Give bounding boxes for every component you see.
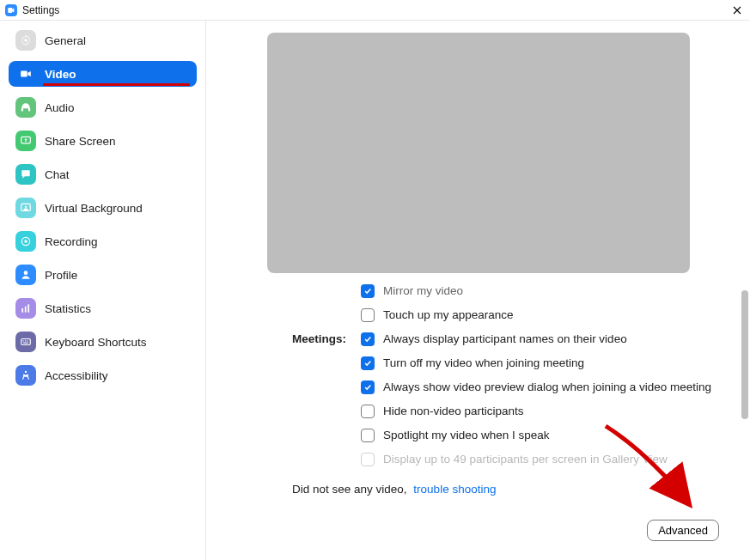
svg-rect-1 (21, 71, 27, 77)
virtual-background-icon (15, 198, 36, 218)
sidebar-item-label: Statistics (45, 302, 91, 315)
option-label: Mirror my video (383, 283, 463, 299)
svg-point-8 (24, 240, 27, 243)
svg-point-18 (25, 371, 27, 373)
option-label: Always display participant names on thei… (383, 332, 627, 347)
help-text: Did not see any video, (292, 483, 407, 496)
sidebar-item-label: Share Screen (45, 135, 116, 148)
option-label: Always show video preview dialog when jo… (383, 380, 711, 395)
title-bar: Settings (0, 0, 750, 21)
sidebar-item-chat[interactable]: Chat (9, 161, 197, 187)
sidebar-item-recording[interactable]: Recording (9, 228, 197, 254)
checkbox-always-preview-on-join[interactable] (361, 380, 375, 394)
help-line: Did not see any video, trouble shooting (206, 483, 750, 496)
annotation-underline (43, 83, 190, 86)
checkbox-hide-non-video[interactable] (361, 405, 375, 418)
sidebar-item-keyboard-shortcuts[interactable]: Keyboard Shortcuts (9, 329, 197, 355)
checkbox-mirror-my-video[interactable] (361, 284, 375, 298)
svg-point-9 (24, 271, 28, 275)
checkbox-always-display-names[interactable] (361, 332, 375, 346)
sidebar-item-label: Audio (45, 101, 75, 114)
sidebar-item-label: Virtual Background (45, 202, 143, 215)
share-screen-icon (15, 131, 36, 151)
svg-rect-17 (23, 343, 28, 344)
zoom-logo-icon (5, 4, 17, 16)
sidebar-item-statistics[interactable]: Statistics (9, 295, 197, 321)
chat-icon (15, 164, 36, 185)
svg-point-0 (24, 39, 27, 42)
window-title: Settings (22, 4, 59, 16)
sidebar-item-label: General (45, 34, 86, 47)
checkbox-spotlight-when-speak[interactable] (361, 429, 375, 442)
headphones-icon (15, 97, 36, 118)
checkbox-gallery-49 (361, 453, 375, 466)
keyboard-icon (15, 332, 36, 352)
sidebar-item-label: Chat (45, 168, 70, 181)
option-label: Display up to 49 participants per screen… (383, 452, 668, 467)
option-label: Turn off my video when joining meeting (383, 356, 584, 371)
option-label: Hide non-video participants (383, 404, 524, 419)
checkbox-touch-up-appearance[interactable] (361, 308, 375, 322)
video-icon (15, 64, 36, 84)
svg-rect-12 (27, 304, 29, 312)
sidebar-item-accessibility[interactable]: Accessibility (9, 362, 197, 388)
sidebar: General Video Audio Share Screen (0, 21, 206, 560)
svg-rect-13 (21, 339, 31, 345)
trouble-shooting-link[interactable]: trouble shooting (413, 483, 496, 496)
svg-rect-16 (27, 340, 27, 341)
option-group-label-meetings: Meetings: (292, 332, 361, 345)
profile-icon (15, 265, 36, 285)
accessibility-icon (15, 365, 36, 386)
sidebar-item-share-screen[interactable]: Share Screen (9, 128, 197, 154)
sidebar-item-label: Video (45, 68, 76, 81)
recording-icon (15, 231, 36, 252)
svg-rect-15 (25, 340, 26, 341)
sidebar-item-audio[interactable]: Audio (9, 94, 197, 120)
advanced-button[interactable]: Advanced (647, 520, 719, 541)
sidebar-item-label: Recording (45, 235, 98, 248)
sidebar-item-label: Profile (45, 269, 77, 282)
gear-icon (15, 30, 36, 51)
option-label: Spotlight my video when I speak (383, 428, 550, 443)
option-label: Touch up my appearance (383, 307, 514, 323)
scrollbar[interactable] (741, 290, 748, 419)
sidebar-item-video[interactable]: Video (9, 61, 197, 87)
svg-rect-3 (28, 108, 30, 112)
sidebar-item-virtual-background[interactable]: Virtual Background (9, 195, 197, 221)
video-preview (267, 33, 690, 273)
sidebar-item-general[interactable]: General (9, 27, 197, 53)
sidebar-item-label: Keyboard Shortcuts (45, 336, 147, 349)
svg-rect-14 (23, 340, 24, 341)
close-button[interactable] (729, 3, 745, 18)
option-group-label (292, 283, 361, 284)
svg-point-6 (25, 206, 27, 208)
checkbox-turn-off-video-on-join[interactable] (361, 356, 375, 370)
svg-rect-10 (21, 308, 23, 313)
video-options: Mirror my video Touch up my appearance M… (206, 283, 750, 467)
settings-panel-video: Mirror my video Touch up my appearance M… (206, 21, 750, 560)
sidebar-item-profile[interactable]: Profile (9, 262, 197, 288)
statistics-icon (15, 298, 36, 319)
sidebar-item-label: Accessibility (45, 369, 108, 382)
svg-rect-2 (21, 108, 23, 112)
svg-rect-11 (25, 307, 27, 313)
